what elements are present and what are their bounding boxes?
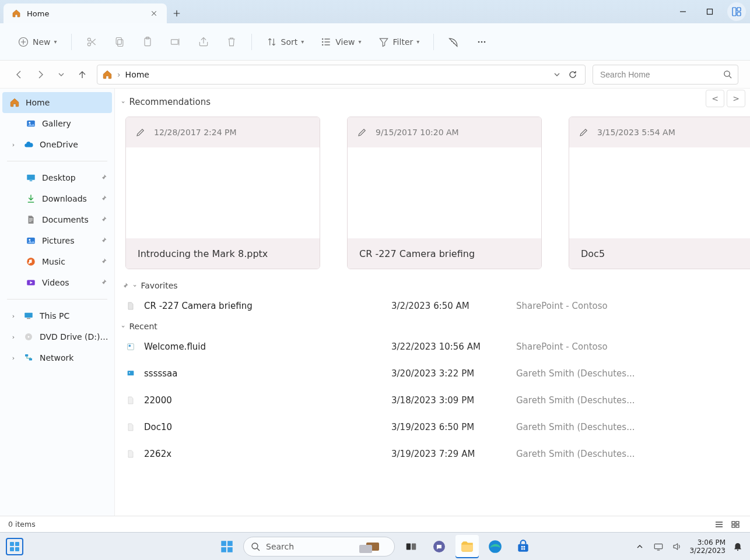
list-item[interactable]: Welcome.fluid 3/22/2023 10:56 AM SharePo… [115,333,750,360]
svg-rect-63 [524,548,525,550]
rec-next[interactable]: > [727,90,745,107]
list-item[interactable]: 2262x 3/19/2023 7:29 AM Gareth Smith (De… [115,441,750,467]
expand-icon[interactable]: › [9,333,17,341]
file-meta: Gareth Smith (Deschutes... [516,395,740,406]
cut-button[interactable] [80,33,103,51]
volume-tray-icon[interactable] [671,540,684,553]
expand-icon[interactable]: › [9,354,17,362]
recommendation-card[interactable]: 9/15/2017 10:20 AM CR -227 Camera briefi… [347,117,542,269]
more-button[interactable] [470,33,493,51]
close-tab-icon[interactable] [149,9,159,18]
section-favorites[interactable]: › Favorites [115,279,750,293]
view-button[interactable]: View ▾ [314,33,367,51]
start-button[interactable] [215,535,239,558]
pin-icon [122,282,129,289]
details-view-toggle[interactable] [713,519,726,530]
taskbar-search[interactable]: Search [243,537,395,557]
svg-point-5 [87,43,90,45]
svg-point-65 [737,549,738,550]
sidebar-item-home[interactable]: Home [2,92,112,113]
card-preview [569,147,750,238]
list-item[interactable]: sssssaa 3/20/2023 3:22 PM Gareth Smith (… [115,360,750,387]
new-button[interactable]: New ▾ [12,33,63,51]
search-input[interactable] [599,69,719,80]
sidebar-item-documents[interactable]: Documents [0,209,114,230]
sidebar-item-music[interactable]: Music [0,251,114,272]
rename-button[interactable] [164,33,187,51]
sidebar-item-gallery[interactable]: Gallery [0,113,114,134]
pizza-button[interactable] [442,33,465,51]
sidebar-item-desktop[interactable]: Desktop [0,167,114,188]
refresh-button[interactable] [565,67,580,82]
sort-label: Sort [281,37,298,47]
sidebar-item-videos[interactable]: Videos [0,272,114,293]
delete-button[interactable] [220,33,243,51]
content: › Recommendations < > 12/28/2017 2:24 PM… [115,89,750,516]
section-recommendations[interactable]: › Recommendations [115,94,750,110]
search-box[interactable] [593,65,738,84]
rec-prev[interactable]: < [706,90,724,107]
recommendation-card[interactable]: 12/28/2017 2:24 PM Introducing the Mark … [125,117,320,269]
list-item[interactable]: CR -227 Camera briefing 3/2/2023 6:50 AM… [115,293,750,319]
section-recent[interactable]: › Recent [115,319,750,333]
nav-back[interactable] [12,67,27,82]
nav-recent[interactable] [54,67,69,82]
rename-icon [170,36,181,48]
svg-rect-0 [707,9,713,15]
pictures-icon [26,235,36,246]
file-explorer-button[interactable] [455,535,479,558]
nav-buttons [12,67,90,82]
expand-icon[interactable]: › [9,312,17,320]
nav-forward[interactable] [33,67,48,82]
tab-home[interactable]: Home [3,3,167,23]
share-button[interactable] [192,33,215,51]
svg-rect-30 [27,318,30,319]
expand-icon[interactable]: › [9,141,17,149]
sidebar-item-pictures[interactable]: Pictures [0,230,114,251]
address-dropdown[interactable] [553,71,560,78]
sort-button[interactable]: Sort ▾ [260,33,310,51]
chat-button[interactable] [427,535,451,558]
address-row: › Home [0,61,750,89]
minimize-button[interactable] [670,0,696,23]
maximize-button[interactable] [696,0,723,23]
sidebar-item-onedrive[interactable]: › OneDrive [0,134,114,155]
sidebar-item-dvd[interactable]: › DVD Drive (D:) ViVe [0,326,114,347]
ellipsis-icon [476,36,488,48]
new-tab-button[interactable] [167,3,187,23]
copy-icon [114,36,125,48]
sidebar-item-downloads[interactable]: Downloads [0,188,114,209]
file-icon [125,395,136,406]
card-title: Introducing the Mark 8.pptx [138,248,268,259]
svg-rect-36 [129,345,131,347]
store-button[interactable] [511,535,535,558]
separator [7,299,107,300]
item-count: 0 items [8,520,36,529]
thumbnails-view-toggle[interactable] [729,519,742,530]
recommendation-card[interactable]: 3/15/2023 5:54 AM Doc5 [569,117,750,269]
svg-rect-57 [461,544,473,551]
list-item[interactable]: Doc10 3/19/2023 6:50 PM Gareth Smith (De… [115,414,750,441]
svg-point-19 [484,41,486,43]
address-bar[interactable]: › Home [97,65,586,84]
filter-button[interactable]: Filter ▾ [372,33,426,51]
edge-button[interactable] [483,535,507,558]
breadcrumb[interactable]: Home [125,70,149,79]
widgets-button[interactable] [6,538,23,555]
sidebar-item-network[interactable]: › Network [0,347,114,368]
copy-button[interactable] [108,33,131,51]
status-bar: 0 items [0,516,750,532]
list-item[interactable]: 22000 3/18/2023 3:09 PM Gareth Smith (De… [115,387,750,414]
notifications-button[interactable] [731,540,744,553]
task-view-button[interactable] [399,535,423,558]
network-tray-icon[interactable] [652,540,665,553]
nav-up[interactable] [75,67,90,82]
snap-layouts-button[interactable] [723,0,750,23]
svg-rect-64 [655,544,663,548]
sidebar-item-thispc[interactable]: › This PC [0,305,114,326]
tray-expand[interactable] [633,540,646,553]
clock[interactable]: 3:06 PM 3/22/2023 [689,538,726,555]
file-name: Welcome.fluid [144,341,383,352]
pin-icon [100,279,108,287]
paste-button[interactable] [136,33,159,51]
